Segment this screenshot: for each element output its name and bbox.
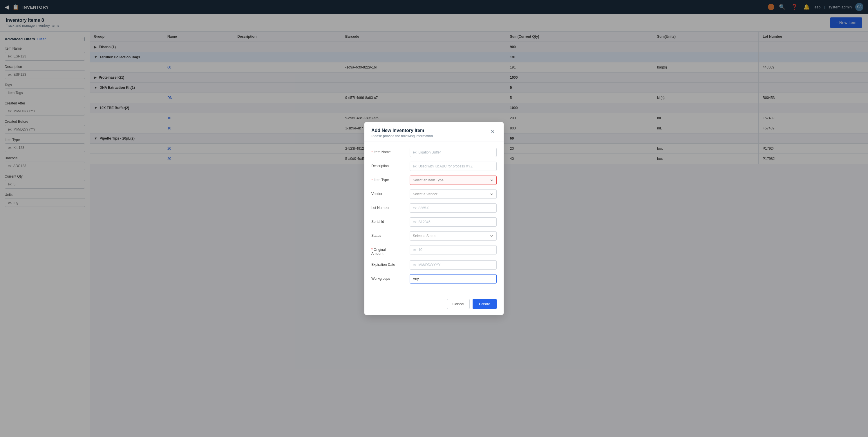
- item-type-row: Item Type Select an Item Type: [371, 176, 497, 185]
- lot-number-label: Lot Number: [371, 204, 406, 210]
- vendor-select[interactable]: Select a Vendor: [410, 189, 497, 199]
- status-label: Status: [371, 231, 406, 238]
- item-type-label: Item Type: [371, 176, 406, 182]
- description-input[interactable]: [410, 162, 497, 171]
- lot-number-input[interactable]: [410, 204, 497, 213]
- vendor-label: Vendor: [371, 189, 406, 196]
- modal-subtitle: Please provide the following information: [371, 134, 433, 138]
- cancel-button[interactable]: Cancel: [447, 299, 470, 309]
- item-name-row: Item Name: [371, 148, 497, 157]
- expiration-date-input[interactable]: [410, 260, 497, 270]
- create-button[interactable]: Create: [473, 299, 497, 309]
- modal-overlay[interactable]: Add New Inventory Item Please provide th…: [0, 0, 868, 437]
- item-type-select[interactable]: Select an Item Type: [410, 176, 497, 185]
- description-row: Description: [371, 162, 497, 171]
- original-amount-label: OriginalAmount: [371, 245, 406, 256]
- expiration-date-row: Expiration Date: [371, 260, 497, 270]
- serial-id-input[interactable]: [410, 217, 497, 227]
- modal-body: Item Name Description Item Type Select a…: [364, 142, 504, 294]
- item-name-input[interactable]: [410, 148, 497, 157]
- workgroups-label: Workgroups: [371, 274, 406, 281]
- modal-close-button[interactable]: ✕: [489, 128, 497, 135]
- original-amount-input[interactable]: [410, 245, 497, 254]
- workgroups-row: Workgroups: [371, 274, 497, 283]
- vendor-row: Vendor Select a Vendor: [371, 189, 497, 199]
- status-row: Status Select a Status: [371, 231, 497, 241]
- modal-title: Add New Inventory Item: [371, 128, 433, 133]
- serial-id-label: Serial Id: [371, 217, 406, 224]
- workgroups-input[interactable]: [410, 274, 497, 283]
- serial-id-row: Serial Id: [371, 217, 497, 227]
- original-amount-row: OriginalAmount: [371, 245, 497, 256]
- expiration-date-label: Expiration Date: [371, 260, 406, 267]
- modal-header: Add New Inventory Item Please provide th…: [364, 122, 504, 142]
- item-name-label: Item Name: [371, 148, 406, 154]
- description-label: Description: [371, 162, 406, 168]
- add-item-modal: Add New Inventory Item Please provide th…: [364, 122, 504, 315]
- status-select[interactable]: Select a Status: [410, 231, 497, 241]
- lot-number-row: Lot Number: [371, 204, 497, 213]
- modal-footer: Cancel Create: [364, 294, 504, 315]
